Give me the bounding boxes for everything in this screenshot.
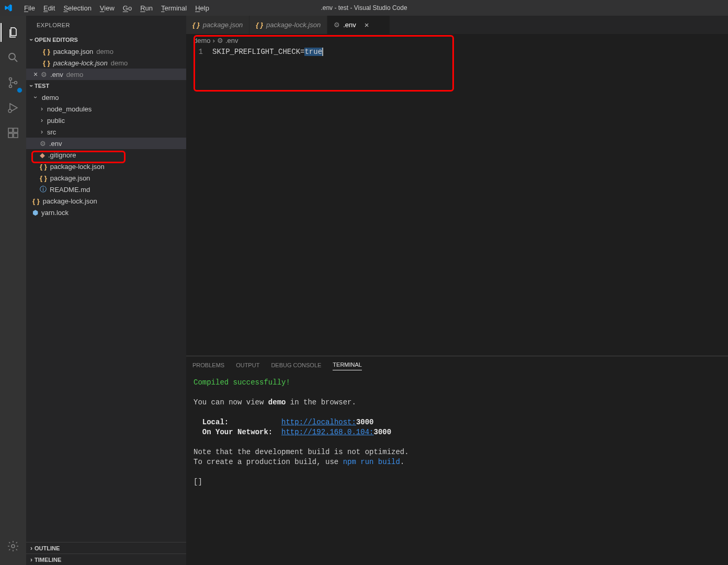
close-icon[interactable]: × [33,70,38,78]
json-icon: { } [40,163,47,171]
terminal-output[interactable]: Compiled successfully! You can now view … [186,374,728,491]
svg-point-3 [9,85,12,88]
svg-line-1 [15,59,17,62]
terminal-line: Local: http://localhost:3000 [194,417,721,427]
panel-tab-debug[interactable]: DEBUG CONSOLE [271,360,321,370]
workspace-header[interactable]: › TEST [26,80,186,92]
folder-name: demo [42,94,59,101]
menu-selection[interactable]: Selection [59,2,95,14]
tab-label: package.json [203,21,243,29]
code-text: SKIP_PREFLIGHT_CHECK= [212,48,304,56]
breadcrumb-segment[interactable]: demo [194,37,211,44]
json-icon: { } [32,197,40,205]
editor-tab[interactable]: { } package-lock.json [249,16,327,34]
activity-scm[interactable] [1,70,26,95]
file-name: README.md [50,186,90,194]
svg-rect-8 [14,133,18,138]
window-title: .env - test - Visual Studio Code [321,4,407,12]
menu-run[interactable]: Run [136,2,157,14]
outline-label: OUTLINE [35,545,60,551]
menu-view[interactable]: View [96,2,119,14]
panel-tabs: PROBLEMS OUTPUT DEBUG CONSOLE TERMINAL [186,356,728,374]
gitignore-icon: ◆ [40,151,45,159]
file-item[interactable]: ◆ .gitignore [26,149,186,161]
breadcrumb[interactable]: demo › ⚙ .env [186,34,728,47]
chevron-right-icon: › [28,545,35,552]
gear-icon: ⚙ [217,37,223,44]
code-selection: true [304,48,322,56]
panel-tab-terminal[interactable]: TERMINAL [333,359,362,370]
open-editor-item[interactable]: { } package-lock.json demo [26,57,186,69]
terminal-line: Note that the development build is not o… [194,447,721,457]
tab-label: .env [343,21,356,29]
timeline-label: TIMELINE [35,557,61,563]
open-editor-item[interactable]: { } package.json demo [26,46,186,57]
menu-file[interactable]: File [20,2,39,14]
activity-search[interactable] [1,45,26,70]
svg-point-5 [8,109,12,112]
file-item[interactable]: ⚙ .env [26,138,186,149]
file-path: demo [111,59,128,67]
json-icon: { } [256,21,263,29]
json-icon: { } [43,48,50,55]
gear-icon [7,540,19,552]
menu-help[interactable]: Help [191,2,213,14]
folder-item[interactable]: › demo [26,92,186,103]
folder-item[interactable]: › node_modules [26,103,186,115]
editor-tab[interactable]: { } package.json [186,16,249,34]
source-control-icon [7,76,19,89]
breadcrumb-segment[interactable]: .env [225,37,238,44]
chevron-right-icon: › [40,128,44,135]
file-name: package.json [50,174,90,182]
close-icon[interactable]: × [365,20,369,29]
gear-icon: ⚙ [40,140,46,148]
folder-item[interactable]: › src [26,126,186,138]
code-line[interactable]: SKIP_PREFLIGHT_CHECK=true [212,47,323,57]
info-icon: ⓘ [40,185,47,194]
vscode-logo-icon [4,4,13,12]
debug-icon [7,101,19,114]
svg-rect-7 [8,133,13,138]
file-name: package.json [53,48,94,55]
open-editors-header[interactable]: › OPEN EDITORS [26,34,186,46]
activity-explorer[interactable] [1,20,26,45]
chevron-right-icon: › [213,37,215,44]
file-item[interactable]: ⓘ README.md [26,184,186,195]
sidebar: EXPLORER › OPEN EDITORS { } package.json… [26,16,186,565]
activity-extensions[interactable] [1,120,26,145]
svg-point-4 [15,82,17,84]
title-bar: File Edit Selection View Go Run Terminal… [0,0,728,16]
file-item[interactable]: { } package-lock.json [26,161,186,172]
search-icon [7,51,19,64]
panel-tab-problems[interactable]: PROBLEMS [192,360,224,370]
editor-tab[interactable]: ⚙ .env × [327,16,390,34]
menu-go[interactable]: Go [119,2,136,14]
json-icon: { } [40,174,47,182]
gear-icon: ⚙ [334,21,340,29]
json-icon: { } [192,21,200,29]
menu-edit[interactable]: Edit [39,2,59,14]
line-number: 1 [186,47,203,57]
folder-name: public [47,117,65,125]
folder-item[interactable]: › public [26,115,186,126]
panel-tab-output[interactable]: OUTPUT [236,360,259,370]
open-editor-item[interactable]: × ⚙ .env demo [26,69,186,80]
terminal-line: You can now view demo in the browser. [194,398,721,408]
file-item[interactable]: ⬢ yarn.lock [26,207,186,218]
yarn-icon: ⬢ [32,209,38,217]
terminal-cursor: [] [194,477,721,487]
file-path: demo [66,71,84,78]
file-name: .env [50,71,63,78]
open-editors-label: OPEN EDITORS [35,37,78,43]
file-name: .env [49,140,62,148]
json-icon: { } [43,59,50,67]
code-editor[interactable]: 1 SKIP_PREFLIGHT_CHECK=true [186,47,728,356]
extensions-icon [7,127,19,139]
file-item[interactable]: { } package.json [26,172,186,184]
activity-settings[interactable] [1,534,26,559]
menu-terminal[interactable]: Terminal [157,2,191,14]
activity-debug[interactable] [1,95,26,120]
outline-header[interactable]: › OUTLINE [26,542,186,553]
file-item[interactable]: { } package-lock.json [26,195,186,207]
timeline-header[interactable]: › TIMELINE [26,553,186,565]
